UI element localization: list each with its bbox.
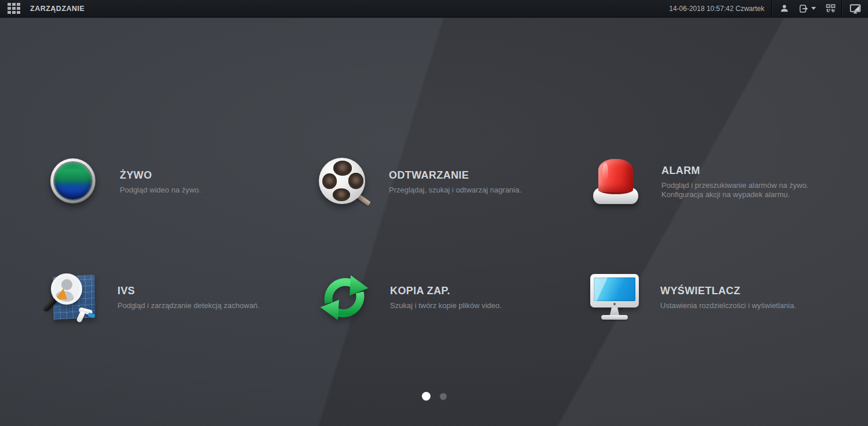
chevron-down-icon — [811, 7, 816, 10]
pagination-dots — [0, 392, 868, 401]
menu-item-text: IVS Podgląd i zarządzanie detekcją zacho… — [117, 285, 260, 310]
menu-item-title: ODTWARZANIE — [389, 169, 521, 181]
menu-item-title: ALARM — [661, 165, 808, 177]
menu-item-text: WYŚWIETLACZ Ustawienia rozdzielczości i … — [660, 285, 796, 310]
menu-item-ivs[interactable]: IVS Podgląd i zarządzanie detekcją zacho… — [46, 270, 260, 325]
menu-item-desc: Podgląd i zarządzanie detekcją zachowań. — [117, 301, 260, 310]
ivs-magnifier-icon — [46, 272, 97, 323]
backup-sync-arrows-icon — [319, 272, 370, 323]
page-dot-active[interactable] — [422, 392, 431, 401]
menu-item-text: KOPIA ZAP. Szukaj i twórz kopie plików v… — [390, 285, 502, 310]
user-icon — [779, 3, 789, 13]
menu-item-text: ALARM Podgląd i przeszukiwanie alarmów n… — [661, 165, 808, 199]
menu-item-title: WYŚWIETLACZ — [660, 285, 796, 297]
menu-item-desc: Przeglądaj, szukaj i odtwarzaj nagrania. — [389, 186, 521, 195]
menu-item-desc: Podgląd i przeszukiwanie alarmów na żywo… — [661, 181, 808, 190]
titlebar: ZARZĄDZANIE 14-06-2018 10:57:42 Czwartek — [0, 0, 868, 17]
menu-item-text: ŻYWO Podgląd wideo na żywo. — [120, 169, 201, 195]
user-button[interactable] — [773, 0, 796, 17]
qr-code-icon — [826, 3, 836, 13]
display-monitor-icon — [849, 3, 861, 14]
logout-button[interactable] — [796, 0, 819, 17]
menu-item-title: IVS — [117, 285, 260, 297]
menu-item-desc: Ustawienia rozdzielczości i wyświetlania… — [660, 301, 796, 310]
menu-item-title: ŻYWO — [120, 169, 201, 181]
app-grid-icon[interactable] — [8, 3, 20, 14]
logout-icon — [799, 3, 809, 14]
page-dot[interactable] — [440, 393, 447, 400]
menu-item-playback[interactable]: ODTWARZANIE Przeglądaj, szukaj i odtwarz… — [318, 154, 521, 210]
menu-item-text: ODTWARZANIE Przeglądaj, szukaj i odtwarz… — [389, 169, 521, 195]
titlebar-right: 14-06-2018 10:57:42 Czwartek — [669, 0, 868, 17]
menu-item-desc-line2: Konfiguracja akcji na wypadek alarmu. — [661, 190, 808, 199]
menu-item-desc: Szukaj i twórz kopie plików video. — [390, 301, 502, 310]
menu-item-backup[interactable]: KOPIA ZAP. Szukaj i twórz kopie plików v… — [319, 270, 502, 325]
display-switch-button[interactable] — [843, 0, 868, 17]
app-title: ZARZĄDZANIE — [30, 5, 84, 13]
live-view-button-icon — [49, 157, 100, 208]
main-menu-area: ŻYWO Podgląd wideo na żywo. ODTWARZANIE … — [0, 18, 868, 426]
datetime-text: 14-06-2018 10:57:42 Czwartek — [669, 5, 764, 13]
menu-item-live[interactable]: ŻYWO Podgląd wideo na żywo. — [49, 154, 201, 210]
menu-item-alarm[interactable]: ALARM Podgląd i przeszukiwanie alarmów n… — [590, 154, 808, 210]
menu-item-title: KOPIA ZAP. — [390, 285, 502, 297]
qr-button[interactable] — [819, 0, 842, 17]
menu-item-display[interactable]: WYŚWIETLACZ Ustawienia rozdzielczości i … — [589, 270, 796, 325]
menu-item-desc: Podgląd wideo na żywo. — [120, 186, 201, 195]
film-reel-icon — [318, 157, 369, 208]
display-settings-monitor-icon — [589, 272, 640, 323]
alarm-siren-icon — [590, 157, 641, 208]
titlebar-left: ZARZĄDZANIE — [0, 0, 84, 17]
